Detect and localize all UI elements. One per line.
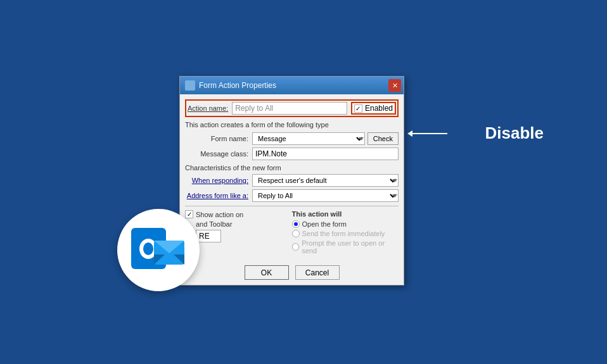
divider [185, 206, 399, 206]
dialog-titlebar: Form Action Properties ✕ [180, 77, 404, 94]
when-responding-label: When responding: [185, 177, 248, 184]
when-responding-select[interactable]: Respect user's default [252, 174, 399, 187]
two-col-section: Show action on and Toolbar This action w… [185, 210, 399, 256]
address-form-label: Address form like a: [185, 192, 248, 199]
this-action-header: This action will [292, 210, 399, 218]
open-form-row: Open the form [292, 220, 399, 228]
enabled-checkbox[interactable] [354, 104, 362, 113]
dialog-content: Action name: Enabled This action creates… [180, 94, 404, 285]
address-form-select[interactable]: Reply to All [252, 189, 399, 202]
send-immediately-radio[interactable] [292, 230, 300, 237]
disable-label: Disable [485, 123, 544, 143]
show-action-row: Show action on [185, 210, 292, 218]
address-form-row: Address form like a: Reply to All [185, 189, 399, 202]
prompt-radio[interactable] [292, 243, 300, 251]
address-form-select-wrapper: Reply to All [252, 189, 399, 202]
info-text: This action creates a form of the follow… [185, 121, 399, 129]
send-immediately-label: Send the form immediately [302, 230, 385, 237]
message-class-label: Message class: [185, 150, 248, 158]
dialog-title: Form Action Properties [199, 81, 276, 90]
action-name-input[interactable] [232, 102, 347, 115]
svg-point-2 [143, 242, 153, 255]
enabled-wrapper: Enabled [351, 102, 396, 115]
form-action-dialog: Form Action Properties ✕ Action name: En… [179, 76, 404, 286]
cancel-button[interactable]: Cancel [295, 265, 340, 280]
disable-arrow [412, 133, 447, 134]
col-right: This action will Open the form Send the … [292, 210, 399, 256]
enabled-label: Enabled [365, 104, 393, 113]
when-responding-row: When responding: Respect user's default [185, 174, 399, 187]
open-form-label: Open the form [302, 220, 347, 228]
characteristics-header: Characteristics of the new form [185, 164, 399, 172]
outlook-logo [117, 209, 200, 291]
message-class-row: Message class: [185, 147, 399, 160]
button-row: OK Cancel [185, 261, 399, 280]
prompt-row: Prompt the user to open or send [292, 239, 399, 254]
form-name-select-wrapper: Message [252, 132, 365, 145]
close-button[interactable]: ✕ [388, 79, 401, 92]
check-button[interactable]: Check [367, 132, 399, 145]
when-responding-select-wrapper: Respect user's default [252, 174, 399, 187]
message-class-input[interactable] [252, 147, 399, 160]
col-left: Show action on and Toolbar [185, 210, 292, 256]
prefix-input[interactable] [196, 230, 221, 242]
dialog-title-icon [185, 80, 195, 91]
show-action-checkbox[interactable] [185, 210, 193, 218]
action-name-section: Action name: Enabled [185, 99, 399, 117]
send-immediately-row: Send the form immediately [292, 230, 399, 237]
prefix-row [196, 230, 292, 242]
action-name-label: Action name: [188, 104, 228, 112]
menu-toolbar-label: and Toolbar [196, 220, 292, 228]
form-name-select[interactable]: Message [252, 132, 365, 145]
form-name-label: Form name: [185, 135, 248, 142]
show-action-label: Show action on [196, 211, 243, 218]
ok-button[interactable]: OK [245, 265, 289, 280]
open-form-radio[interactable] [292, 220, 300, 228]
prompt-label: Prompt the user to open or send [302, 239, 399, 254]
form-name-row: Form name: Message Check [185, 132, 399, 145]
